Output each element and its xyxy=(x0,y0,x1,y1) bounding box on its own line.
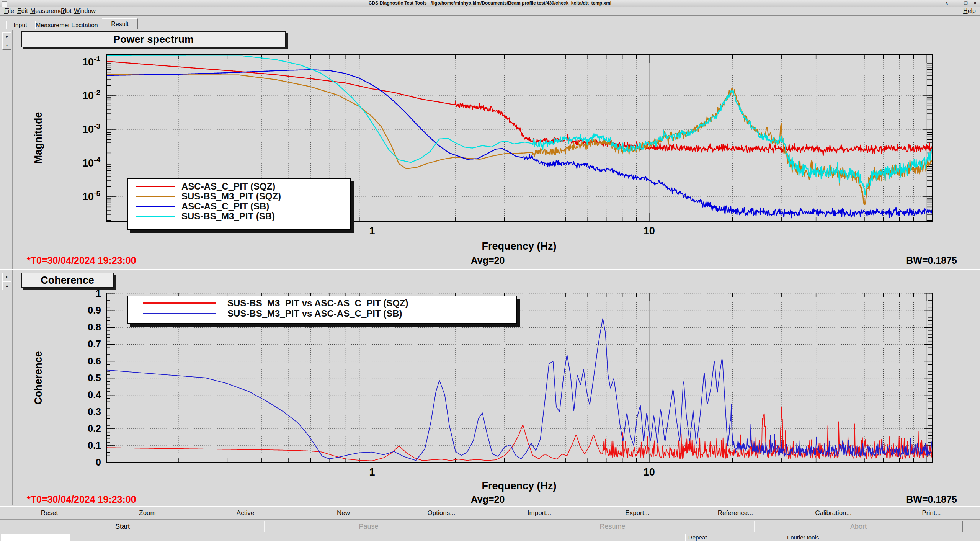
legend-line-asc-sqz xyxy=(136,186,175,187)
close-icon[interactable]: ✕ xyxy=(972,0,978,6)
t0-timestamp-top: *T0=30/04/2024 19:23:00 xyxy=(27,255,136,266)
svg-text:10-5: 10-5 xyxy=(82,190,100,203)
coherence-axis-label: Coherence xyxy=(33,351,44,405)
print-button[interactable]: Print... xyxy=(883,508,980,518)
legend-line-sus-sb xyxy=(136,216,175,217)
export-button[interactable]: Export... xyxy=(589,508,686,518)
tab-bar: Input Measurement Excitation Result xyxy=(0,16,980,29)
tab-excitation[interactable]: Excitation xyxy=(69,21,100,29)
new-button[interactable]: New xyxy=(295,508,392,518)
svg-text:10-1: 10-1 xyxy=(82,55,100,68)
pane-rail: ▸ ▴ ▸ ▴ xyxy=(1,30,13,505)
legend-label: SUS-BS_M3_PIT vs ASC-AS_C_PIT (SB) xyxy=(227,308,402,319)
resume-button[interactable]: Resume xyxy=(509,521,716,532)
svg-text:0.8: 0.8 xyxy=(88,322,101,332)
start-button[interactable]: Start xyxy=(19,521,226,532)
pane2-expand-right-button[interactable]: ▸ xyxy=(2,273,11,281)
coherence-legend: SUS-BS_M3_PIT vs ASC-AS_C_PIT (SQZ) SUS-… xyxy=(127,296,517,324)
reference-button[interactable]: Reference... xyxy=(687,508,784,518)
client-top-edge xyxy=(0,29,980,30)
svg-text:0.1: 0.1 xyxy=(88,440,101,451)
svg-text:0.4: 0.4 xyxy=(88,389,101,400)
tab-result[interactable]: Result xyxy=(102,18,138,29)
tab-measurement[interactable]: Measurement xyxy=(35,21,68,29)
zoom-button[interactable]: Zoom xyxy=(99,508,196,518)
svg-text:10: 10 xyxy=(644,225,655,237)
bandwidth-top: BW=0.1875 xyxy=(906,255,957,266)
maximize-icon[interactable]: ❐ xyxy=(962,0,969,6)
menu-bar: File Edit Measurement Plot Window Help xyxy=(0,7,980,15)
legend-label: ASC-AS_C_PIT (SQZ) xyxy=(181,181,275,192)
svg-text:0.5: 0.5 xyxy=(88,373,101,383)
svg-text:10-2: 10-2 xyxy=(82,88,100,101)
status-cell-resize xyxy=(920,534,980,541)
calibration-button[interactable]: Calibration... xyxy=(785,508,882,518)
t0-timestamp-bottom: *T0=30/04/2024 19:23:00 xyxy=(27,494,136,505)
power-spectrum-title: Power spectrum xyxy=(21,31,286,47)
svg-text:0.2: 0.2 xyxy=(88,423,101,434)
legend-line-coh-sqz xyxy=(143,302,216,304)
tab-input[interactable]: Input xyxy=(6,21,34,29)
legend-label: SUS-BS_M3_PIT vs ASC-AS_C_PIT (SQZ) xyxy=(227,298,408,309)
legend-line-sus-sqz xyxy=(136,196,175,197)
legend-label: SUS-BS_M3_PIT (SB) xyxy=(181,211,275,222)
svg-text:0.9: 0.9 xyxy=(88,305,101,315)
menu-plot[interactable]: Plot xyxy=(60,7,73,15)
menu-file[interactable]: File xyxy=(3,7,15,15)
svg-text:10-3: 10-3 xyxy=(82,122,100,135)
avg-count-top: Avg=20 xyxy=(471,255,505,266)
frequency-axis-label-bottom: Frequency (Hz) xyxy=(482,480,556,492)
svg-text:1: 1 xyxy=(369,466,375,478)
window-title: CDS Diagnostic Test Tools - /ligo/home/m… xyxy=(0,0,980,6)
pane-splitter[interactable] xyxy=(0,268,980,270)
options-button[interactable]: Options... xyxy=(393,508,490,518)
plot-toolbar: Reset Zoom Active New Options... Import.… xyxy=(0,506,980,520)
legend-label: SUS-BS_M3_PIT (SQZ) xyxy=(181,191,281,202)
plots-canvas[interactable]: 11010-110-210-310-410-511000.10.20.30.40… xyxy=(0,0,980,541)
svg-text:0.7: 0.7 xyxy=(88,338,101,349)
svg-text:10: 10 xyxy=(644,466,655,478)
legend-label: ASC-AS_C_PIT (SB) xyxy=(181,201,269,212)
status-bar: Repeat Fourier tools xyxy=(0,533,980,541)
menu-help[interactable]: Help xyxy=(962,7,977,15)
coherence-title: Coherence xyxy=(21,273,114,288)
title-bar[interactable]: CDS Diagnostic Test Tools - /ligo/home/m… xyxy=(0,0,980,7)
import-button[interactable]: Import... xyxy=(491,508,588,518)
bandwidth-bottom: BW=0.1875 xyxy=(906,494,957,505)
pane2-expand-up-button[interactable]: ▴ xyxy=(2,281,11,290)
svg-text:0.3: 0.3 xyxy=(88,406,101,417)
dtt-window: 11010-110-210-310-410-511000.10.20.30.40… xyxy=(0,0,980,541)
active-button[interactable]: Active xyxy=(197,508,294,518)
pane1-expand-right-button[interactable]: ▸ xyxy=(2,32,11,41)
reset-button[interactable]: Reset xyxy=(1,508,98,518)
shade-icon[interactable]: ∧ xyxy=(943,0,950,6)
magnitude-axis-label: Magnitude xyxy=(33,112,44,164)
svg-text:1: 1 xyxy=(369,225,375,237)
run-control-bar: Start Pause Resume Abort xyxy=(0,519,980,533)
avg-count-bottom: Avg=20 xyxy=(471,494,505,505)
pause-button[interactable]: Pause xyxy=(264,521,473,532)
frequency-axis-label-top: Frequency (Hz) xyxy=(482,240,556,252)
menu-window[interactable]: Window xyxy=(73,7,97,15)
minimize-icon[interactable]: _ xyxy=(953,0,960,6)
svg-text:1: 1 xyxy=(96,288,101,299)
status-cell-main xyxy=(70,534,686,541)
menu-edit[interactable]: Edit xyxy=(16,7,29,15)
pane1-expand-up-button[interactable]: ▴ xyxy=(2,41,11,50)
abort-button[interactable]: Abort xyxy=(754,521,963,532)
status-cell-fourier-tools: Fourier tools xyxy=(785,534,919,541)
svg-text:10-4: 10-4 xyxy=(82,156,100,169)
svg-text:0: 0 xyxy=(96,457,101,467)
status-cell-blank-left xyxy=(1,534,70,541)
svg-text:0.6: 0.6 xyxy=(88,356,101,366)
power-spectrum-legend: ASC-AS_C_PIT (SQZ) SUS-BS_M3_PIT (SQZ) A… xyxy=(127,178,351,230)
legend-line-asc-sb xyxy=(136,206,175,207)
legend-line-coh-sb xyxy=(143,313,216,314)
status-cell-repeat: Repeat xyxy=(686,534,784,541)
